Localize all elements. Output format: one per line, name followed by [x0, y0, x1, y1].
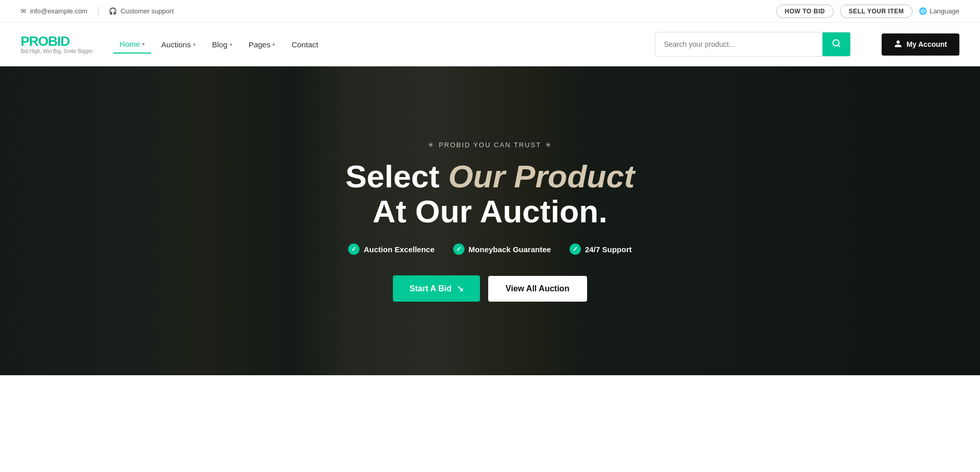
feature-label: Auction Excellence: [364, 245, 435, 254]
hero-features: ✓ Auction Excellence ✓ Moneyback Guarant…: [346, 243, 635, 255]
star-right-icon: ✳: [545, 141, 552, 149]
divider: [98, 7, 98, 16]
nav-label-home: Home: [119, 40, 140, 48]
chevron-down-icon: ▾: [272, 42, 275, 47]
nav-label-blog: Blog: [212, 40, 228, 49]
star-left-icon: ✳: [428, 141, 435, 149]
logo-bid: BID: [48, 33, 70, 49]
top-bar-left: ✉ info@example.com 🎧 Customer support: [21, 7, 174, 16]
support-contact[interactable]: 🎧 Customer support: [109, 7, 174, 15]
nav-label-auctions: Auctions: [161, 40, 191, 49]
feature-moneyback: ✓ Moneyback Guarantee: [453, 243, 551, 255]
check-icon: ✓: [570, 243, 581, 255]
hero-title-part2: At Our Auction.: [373, 194, 608, 229]
feature-label: Moneyback Guarantee: [469, 245, 551, 254]
search-area: [655, 32, 851, 57]
how-to-bid-button[interactable]: HOW TO BID: [776, 5, 834, 18]
chevron-down-icon: ▾: [230, 42, 232, 47]
nav-label-contact: Contact: [291, 40, 318, 49]
nav-item-home[interactable]: Home ▾: [113, 36, 151, 54]
my-account-label: My Account: [906, 40, 947, 48]
user-icon: [894, 40, 902, 49]
feature-label: 24/7 Support: [585, 245, 632, 254]
arrow-icon: ↘: [457, 284, 463, 293]
hero-buttons: Start A Bid ↘ View All Auction: [346, 275, 635, 302]
support-label: Customer support: [121, 7, 174, 15]
headset-icon: 🎧: [109, 7, 117, 15]
feature-auction-excellence: ✓ Auction Excellence: [348, 243, 435, 255]
nav-item-pages[interactable]: Pages ▾: [243, 36, 282, 53]
globe-icon: 🌐: [919, 7, 927, 15]
hero-section: ✳ PROBID YOU CAN TRUST ✳ Select Our Prod…: [0, 66, 980, 375]
hero-title-italic: Our Product: [449, 159, 635, 194]
check-icon: ✓: [348, 243, 359, 255]
view-all-auction-button[interactable]: View All Auction: [488, 276, 587, 302]
search-button[interactable]: [822, 32, 850, 56]
top-bar: ✉ info@example.com 🎧 Customer support HO…: [0, 0, 980, 23]
search-icon: [832, 39, 841, 50]
logo[interactable]: PROBID Bid High, Win Big, Smile Bigger: [21, 34, 93, 54]
badge-text: PROBID YOU CAN TRUST: [439, 141, 541, 149]
hero-badge: ✳ PROBID YOU CAN TRUST ✳: [428, 141, 552, 149]
feature-support: ✓ 24/7 Support: [570, 243, 632, 255]
check-icon: ✓: [453, 243, 465, 255]
svg-line-1: [838, 45, 840, 46]
logo-pro: PRO: [21, 33, 48, 49]
nav-item-contact[interactable]: Contact: [285, 36, 324, 53]
nav-item-blog[interactable]: Blog ▾: [206, 36, 238, 53]
email-contact[interactable]: ✉ info@example.com: [21, 7, 88, 15]
chevron-down-icon: ▾: [142, 41, 145, 47]
hero-title: Select Our Product At Our Auction.: [346, 159, 635, 229]
email-icon: ✉: [21, 7, 26, 15]
sell-item-button[interactable]: SELL YOUR ITEM: [840, 5, 913, 18]
email-text: info@example.com: [30, 7, 87, 15]
start-bid-label: Start A Bid: [409, 284, 451, 293]
chevron-down-icon: ▾: [193, 42, 196, 47]
logo-text: PROBID: [21, 34, 93, 48]
nav-item-auctions[interactable]: Auctions ▾: [155, 36, 202, 53]
hero-title-part1: Select: [346, 159, 449, 194]
logo-tagline: Bid High, Win Big, Smile Bigger: [21, 49, 93, 54]
my-account-button[interactable]: My Account: [882, 33, 959, 56]
nav-links: Home ▾ Auctions ▾ Blog ▾ Pages ▾ Contact: [113, 36, 634, 54]
start-bid-button[interactable]: Start A Bid ↘: [393, 275, 479, 302]
search-input-wrap: [655, 32, 851, 57]
search-input[interactable]: [656, 34, 822, 55]
language-selector[interactable]: 🌐 Language: [919, 7, 959, 15]
top-bar-right: HOW TO BID SELL YOUR ITEM 🌐 Language: [776, 5, 959, 18]
nav-label-pages: Pages: [249, 40, 271, 49]
hero-content: ✳ PROBID YOU CAN TRUST ✳ Select Our Prod…: [335, 140, 645, 302]
language-label: Language: [930, 7, 959, 15]
main-nav: PROBID Bid High, Win Big, Smile Bigger H…: [0, 23, 980, 66]
